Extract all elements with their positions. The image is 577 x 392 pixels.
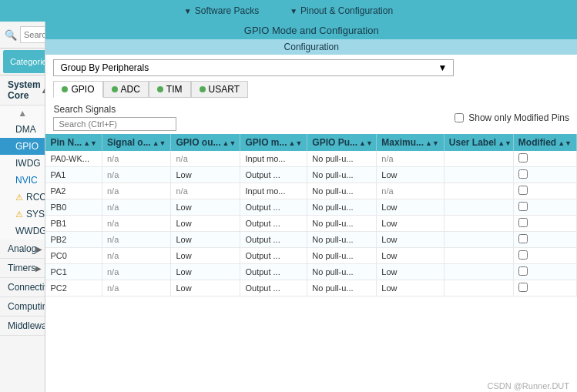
sort-icon: ▲▼ [223,139,237,147]
cell-label [444,183,513,199]
software-packs-label: Software Packs [195,5,259,16]
cell-gpio-mode: Output ... [240,199,307,216]
col-gpio-pull[interactable]: GPIO Pu...▲▼ [307,134,377,151]
sidebar-item-gpio[interactable]: GPIO [0,138,45,155]
modified-checkbox[interactable] [518,202,528,211]
cell-gpio-out: Low [171,216,240,232]
col-user-label[interactable]: User Label▲▼ [444,134,513,151]
cell-max: Low [377,280,444,297]
col-gpio-out[interactable]: GPIO ou...▲▼ [171,134,240,151]
cell-gpio-pull: No pull-u... [307,248,377,264]
search-input[interactable] [20,26,45,43]
sidebar-item-analog[interactable]: Analog ▶ [0,240,45,259]
chevron-down-icon: ▼ [438,62,448,73]
tab-categories[interactable]: Categories [3,50,45,73]
main-layout: 🔍 ⚙ Categories A->Z System Core ▲ ▲ DMA … [0,22,577,392]
sidebar-item-computing[interactable]: Computing ▶ [0,297,45,317]
warn-icon-sys: ⚠ [15,209,23,219]
sidebar-item-iwdg[interactable]: IWDG [0,155,45,172]
cell-label [444,199,513,216]
group-by-select[interactable]: Group By Peripherals ▼ [53,59,454,76]
sidebar-item-middleware[interactable]: Middleware ▶ [0,317,45,336]
cell-pin: PA1 [45,167,102,183]
col-max[interactable]: Maximu...▲▼ [377,134,444,151]
watermark: CSDN @Runner.DUT [45,380,577,392]
sort-icon: ▲▼ [359,139,373,147]
panel-title: GPIO Mode and Configuration [45,22,577,39]
search-signals-input[interactable] [53,117,176,131]
computing-label: Computing [8,301,45,312]
table-row[interactable]: PB2 n/a Low Output ... No pull-u... Low [45,232,576,248]
cell-gpio-pull: No pull-u... [307,216,377,232]
active-dot [157,86,163,92]
system-core-label: System Core [8,79,41,101]
active-dot [200,86,206,92]
cell-signal: n/a [102,167,171,183]
modified-checkbox[interactable] [518,283,528,292]
cell-max: Low [377,248,444,264]
show-modified-label: Show only Modified Pins [468,112,569,123]
sidebar-item-timers[interactable]: Timers ▶ [0,259,45,278]
col-modified[interactable]: Modified▲▼ [513,134,576,151]
pinout-tab[interactable]: ▼ Pinout & Configuration [290,5,393,16]
ptab-usart[interactable]: USART [191,81,248,98]
cell-gpio-pull: No pull-u... [307,151,377,167]
cell-modified [513,216,576,232]
modified-checkbox[interactable] [518,234,528,243]
col-signal[interactable]: Signal o...▲▼ [102,134,171,151]
sort-icon: ▲▼ [83,139,97,147]
ptab-gpio[interactable]: GPIO [53,81,102,98]
cell-max: Low [377,167,444,183]
cell-label [444,280,513,297]
table-row[interactable]: PB1 n/a Low Output ... No pull-u... Low [45,216,576,232]
col-gpio-mode[interactable]: GPIO m...▲▼ [240,134,307,151]
cell-pin: PC2 [45,280,102,297]
modified-checkbox[interactable] [518,169,528,179]
cell-gpio-out: Low [171,264,240,280]
modified-checkbox[interactable] [518,186,528,195]
sidebar-item-rcc[interactable]: ⚠ RCC [0,189,45,206]
ptab-tim[interactable]: TIM [149,81,191,98]
timers-label: Timers [8,263,35,273]
chevron-up-icon: ▲ [41,86,46,95]
sidebar-item-dma[interactable]: DMA [0,121,45,138]
table-row[interactable]: PB0 n/a Low Output ... No pull-u... Low [45,199,576,216]
software-packs-tab[interactable]: ▼ Software Packs [184,5,259,16]
ptab-adc-label: ADC [121,84,140,95]
cell-gpio-pull: No pull-u... [307,280,377,297]
cell-max: Low [377,199,444,216]
cell-modified [513,232,576,248]
cell-pin: PB2 [45,232,102,248]
sidebar-item-nvic[interactable]: NVIC [0,172,45,189]
cell-gpio-pull: No pull-u... [307,232,377,248]
modified-checkbox[interactable] [518,250,528,260]
sort-icon: ▲▼ [289,139,303,147]
cell-modified [513,151,576,167]
modified-checkbox[interactable] [518,153,528,162]
table-row[interactable]: PC0 n/a Low Output ... No pull-u... Low [45,248,576,264]
sidebar-item-connectivity[interactable]: Connectivity ▶ [0,278,45,297]
table-row[interactable]: PA0-WK... n/a n/a Input mo... No pull-u.… [45,151,576,167]
sidebar-item-wwdg[interactable]: WWDG [0,223,45,240]
modified-checkbox[interactable] [518,266,528,276]
cell-label [444,232,513,248]
modified-checkbox[interactable] [518,218,528,227]
cell-gpio-out: Low [171,248,240,264]
col-pin-name[interactable]: Pin N...▲▼ [45,134,102,151]
cell-label [444,216,513,232]
table-row[interactable]: PC1 n/a Low Output ... No pull-u... Low [45,264,576,280]
table-row[interactable]: PA1 n/a Low Output ... No pull-u... Low [45,167,576,183]
sort-icon: ▲▼ [498,139,512,147]
table-row[interactable]: PA2 n/a n/a Input mo... No pull-u... n/a [45,183,576,199]
show-modified-checkbox[interactable] [455,113,464,122]
table-row[interactable]: PC2 n/a Low Output ... No pull-u... Low [45,280,576,297]
sidebar-item-system-core[interactable]: System Core ▲ [0,75,45,106]
cell-label [444,167,513,183]
ptab-adc[interactable]: ADC [103,81,149,98]
cell-max: Low [377,216,444,232]
sort-icon: ▲▼ [153,139,166,147]
sidebar-item-sys[interactable]: ⚠ SYS [0,206,45,223]
cell-signal: n/a [102,280,171,297]
cell-modified [513,199,576,216]
cell-gpio-out: Low [171,280,240,297]
